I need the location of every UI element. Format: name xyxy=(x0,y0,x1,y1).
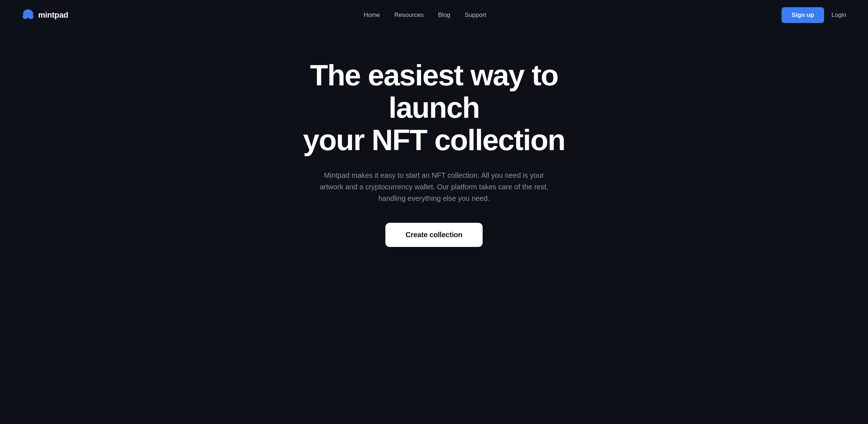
login-button[interactable]: Login xyxy=(831,12,846,19)
svg-point-2 xyxy=(28,14,33,19)
logo-text: mintpad xyxy=(38,10,68,20)
svg-point-1 xyxy=(23,14,28,19)
logo-link[interactable]: mintpad xyxy=(22,9,68,22)
hero-subtitle: Mintpad makes it easy to start an NFT co… xyxy=(315,170,553,204)
hero-title-line1: The easiest way to launch xyxy=(310,59,558,124)
nav-home[interactable]: Home xyxy=(364,12,380,19)
nav-support[interactable]: Support xyxy=(465,12,486,19)
hero-title: The easiest way to launch your NFT colle… xyxy=(268,59,600,157)
signup-button[interactable]: Sign up xyxy=(782,7,824,23)
nav-blog[interactable]: Blog xyxy=(438,12,450,19)
hero-section: The easiest way to launch your NFT colle… xyxy=(254,30,614,290)
hero-title-line2: your NFT collection xyxy=(303,123,565,156)
nav-links: Home Resources Blog Support xyxy=(364,12,486,19)
create-collection-button[interactable]: Create collection xyxy=(385,223,483,247)
navbar-actions: Sign up Login xyxy=(782,7,846,23)
navbar: mintpad Home Resources Blog Support Sign… xyxy=(0,0,868,30)
nav-resources[interactable]: Resources xyxy=(394,12,424,19)
logo-icon xyxy=(22,9,35,22)
